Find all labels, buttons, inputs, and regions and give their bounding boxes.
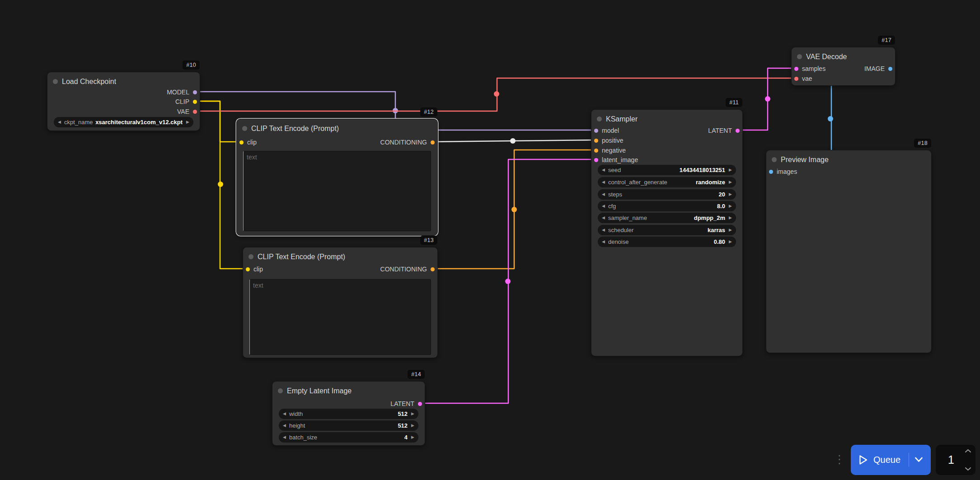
slot-label: CLIP bbox=[175, 98, 189, 105]
output-slot-latent: LATENT bbox=[390, 399, 422, 408]
widget-increment-arrow-icon[interactable]: ▶ bbox=[729, 240, 732, 244]
widget-increment-arrow-icon[interactable]: ▶ bbox=[411, 424, 414, 428]
node-title-bar[interactable]: KSampler bbox=[591, 110, 742, 124]
slot-label: negative bbox=[602, 147, 626, 154]
drag-handle-icon[interactable]: ⋮ bbox=[833, 454, 846, 465]
model-slot-dot[interactable] bbox=[193, 90, 197, 94]
widget-control-after-generate[interactable]: ◀ control_after_generate randomize ▶ bbox=[598, 177, 736, 187]
node-empty-latent-image[interactable]: #14 Empty Latent Image LATENT ◀ width 51… bbox=[272, 381, 425, 446]
widget-seed[interactable]: ◀ seed 14434418013251 ▶ bbox=[598, 165, 736, 175]
link-dot-vae bbox=[494, 91, 499, 97]
collapse-toggle-icon[interactable] bbox=[242, 126, 247, 131]
image-slot-dot[interactable] bbox=[769, 170, 773, 174]
input-slot-images: images bbox=[769, 167, 797, 176]
node-load-checkpoint[interactable]: #10 Load Checkpoint MODEL CLIP VAE ◀ ckp… bbox=[47, 72, 200, 131]
clip-slot-dot[interactable] bbox=[239, 140, 244, 144]
conditioning-slot-dot[interactable] bbox=[594, 139, 598, 143]
node-id-badge: #12 bbox=[420, 107, 437, 117]
widget-value: 4 bbox=[404, 434, 408, 441]
widget-decrement-arrow-icon[interactable]: ◀ bbox=[602, 168, 605, 172]
image-slot-dot[interactable] bbox=[888, 67, 892, 71]
widget-decrement-arrow-icon[interactable]: ◀ bbox=[602, 204, 605, 208]
latent-slot-dot[interactable] bbox=[418, 402, 422, 406]
node-ksampler[interactable]: #11 KSampler model LATENT positive negat… bbox=[591, 109, 743, 356]
clip-slot-dot[interactable] bbox=[193, 100, 197, 104]
latent-slot-dot[interactable] bbox=[794, 67, 798, 71]
node-title-bar[interactable]: CLIP Text Encode (Prompt) bbox=[243, 247, 437, 262]
node-title-bar[interactable]: Preview Image bbox=[766, 150, 931, 165]
widget-decrement-arrow-icon[interactable]: ◀ bbox=[602, 180, 605, 184]
conditioning-slot-dot[interactable] bbox=[431, 140, 435, 144]
positive-prompt-text-input[interactable] bbox=[243, 151, 431, 231]
widget-decrement-arrow-icon[interactable]: ◀ bbox=[283, 435, 286, 439]
node-id-badge: #17 bbox=[878, 36, 895, 45]
model-slot-dot[interactable] bbox=[594, 129, 598, 133]
vae-slot-dot[interactable] bbox=[794, 77, 798, 81]
node-title-bar[interactable]: CLIP Text Encode (Prompt) bbox=[237, 119, 437, 134]
collapse-toggle-icon[interactable] bbox=[249, 254, 253, 259]
widget-steps[interactable]: ◀ steps 20 ▶ bbox=[598, 189, 736, 200]
widget-value: 512 bbox=[398, 410, 408, 417]
queue-button[interactable]: Queue bbox=[851, 445, 931, 475]
widget-scheduler[interactable]: ◀ scheduler karras ▶ bbox=[598, 225, 736, 235]
widget-batch-size[interactable]: ◀ batch_size 4 ▶ bbox=[279, 432, 418, 443]
node-title: Load Checkpoint bbox=[62, 78, 116, 86]
widget-increment-arrow-icon[interactable]: ▶ bbox=[729, 204, 732, 208]
latent-slot-dot[interactable] bbox=[594, 158, 598, 162]
link-dot-samples bbox=[765, 96, 770, 102]
widget-width[interactable]: ◀ width 512 ▶ bbox=[279, 409, 418, 419]
widget-increment-arrow-icon[interactable]: ▶ bbox=[411, 412, 414, 416]
widget-increment-arrow-icon[interactable]: ▶ bbox=[186, 120, 189, 124]
widget-increment-arrow-icon[interactable]: ▶ bbox=[729, 192, 732, 196]
widget-value: 512 bbox=[398, 422, 408, 429]
widget-decrement-arrow-icon[interactable]: ◀ bbox=[602, 192, 605, 196]
widget-increment-arrow-icon[interactable]: ▶ bbox=[729, 168, 732, 172]
node-title-bar[interactable]: Load Checkpoint bbox=[47, 72, 200, 87]
conditioning-slot-dot[interactable] bbox=[594, 149, 598, 153]
node-title-bar[interactable]: VAE Decode bbox=[792, 47, 895, 62]
widget-ckpt-name[interactable]: ◀ ckpt_name xsarchitecturalv1com_v12.ckp… bbox=[54, 117, 193, 127]
collapse-toggle-icon[interactable] bbox=[53, 79, 58, 84]
increment-batch-chevron-up-icon[interactable] bbox=[965, 449, 971, 453]
negative-prompt-text-input[interactable] bbox=[249, 279, 431, 355]
widget-cfg[interactable]: ◀ cfg 8.0 ▶ bbox=[598, 201, 736, 211]
widget-sampler-name[interactable]: ◀ sampler_name dpmpp_2m ▶ bbox=[598, 213, 736, 223]
conditioning-slot-dot[interactable] bbox=[431, 267, 435, 271]
input-slot-model: model bbox=[594, 126, 619, 135]
vae-slot-dot[interactable] bbox=[193, 110, 197, 114]
queue-options-chevron-down-icon[interactable] bbox=[914, 457, 923, 462]
widget-decrement-arrow-icon[interactable]: ◀ bbox=[58, 120, 61, 124]
widget-increment-arrow-icon[interactable]: ▶ bbox=[411, 435, 414, 439]
collapse-toggle-icon[interactable] bbox=[278, 388, 283, 393]
slot-label: IMAGE bbox=[864, 65, 885, 72]
input-slot-clip: clip bbox=[246, 265, 263, 274]
widget-increment-arrow-icon[interactable]: ▶ bbox=[729, 216, 732, 220]
decrement-batch-chevron-down-icon[interactable] bbox=[965, 467, 971, 471]
node-clip-text-encode-negative[interactable]: #13 CLIP Text Encode (Prompt) clip CONDI… bbox=[243, 247, 438, 358]
widget-increment-arrow-icon[interactable]: ▶ bbox=[729, 228, 732, 232]
widget-decrement-arrow-icon[interactable]: ◀ bbox=[283, 424, 286, 428]
widget-denoise[interactable]: ◀ denoise 0.80 ▶ bbox=[598, 237, 736, 247]
node-title-bar[interactable]: Empty Latent Image bbox=[272, 382, 425, 396]
slot-label: clip bbox=[253, 266, 263, 273]
widget-label: batch_size bbox=[289, 434, 317, 441]
node-clip-text-encode-positive[interactable]: #12 CLIP Text Encode (Prompt) clip CONDI… bbox=[236, 119, 438, 236]
widget-decrement-arrow-icon[interactable]: ◀ bbox=[602, 240, 605, 244]
clip-slot-dot[interactable] bbox=[246, 267, 250, 271]
widget-decrement-arrow-icon[interactable]: ◀ bbox=[602, 228, 605, 232]
collapse-toggle-icon[interactable] bbox=[772, 157, 777, 162]
widget-increment-arrow-icon[interactable]: ▶ bbox=[729, 180, 732, 184]
latent-slot-dot[interactable] bbox=[736, 129, 740, 133]
batch-count-box[interactable]: 1 bbox=[936, 445, 975, 475]
node-vae-decode[interactable]: #17 VAE Decode samples IMAGE vae bbox=[791, 47, 896, 86]
widget-label: steps bbox=[608, 191, 622, 198]
input-slot-negative: negative bbox=[594, 146, 626, 155]
widget-height[interactable]: ◀ height 512 ▶ bbox=[279, 420, 418, 431]
widget-decrement-arrow-icon[interactable]: ◀ bbox=[602, 216, 605, 220]
node-preview-image[interactable]: #18 Preview Image images bbox=[766, 150, 932, 353]
collapse-toggle-icon[interactable] bbox=[597, 117, 602, 121]
collapse-toggle-icon[interactable] bbox=[797, 54, 802, 59]
widget-decrement-arrow-icon[interactable]: ◀ bbox=[283, 412, 286, 416]
batch-count-spinners bbox=[965, 449, 971, 471]
widget-label: height bbox=[289, 422, 305, 429]
